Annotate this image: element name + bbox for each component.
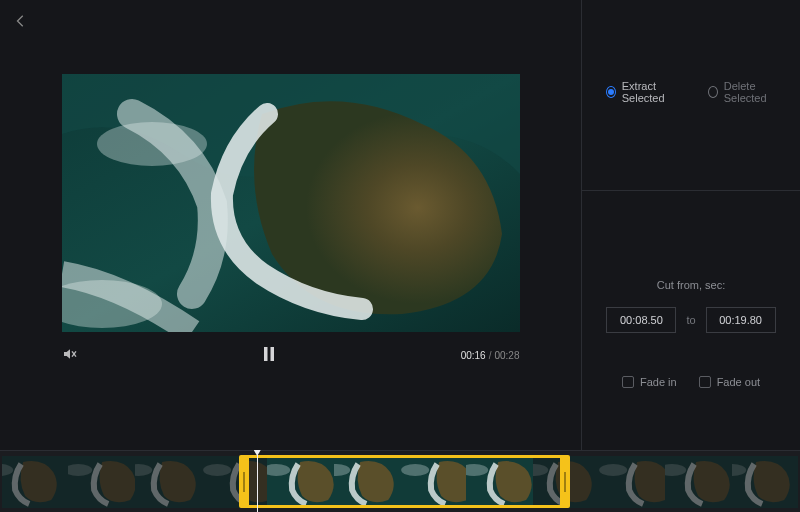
cut-inputs: to (606, 307, 775, 333)
fade-options: Fade in Fade out (582, 376, 800, 450)
player-controls: 00:16/00:28 (62, 346, 520, 364)
radio-dot-icon (708, 86, 718, 98)
svg-point-30 (732, 464, 746, 476)
app: 00:16/00:28 Extract Selected Delete Sele… (0, 0, 800, 512)
svg-rect-9 (68, 456, 134, 508)
checkbox-icon (622, 376, 634, 388)
time-display: 00:16/00:28 (461, 350, 520, 361)
fade-in-checkbox[interactable]: Fade in (622, 376, 677, 388)
svg-point-8 (2, 464, 13, 476)
svg-rect-11 (135, 456, 201, 508)
timeline-frame[interactable] (732, 456, 798, 508)
fade-in-label: Fade in (640, 376, 677, 388)
handle-right[interactable] (560, 455, 570, 508)
selection-mode: Extract Selected Delete Selected (582, 0, 800, 104)
svg-point-28 (665, 464, 686, 476)
timeline-frames (2, 456, 798, 508)
svg-point-20 (401, 464, 429, 476)
cut-section: Cut from, sec: to (582, 191, 800, 333)
cut-from-input[interactable] (606, 307, 676, 333)
timeline-frame[interactable] (2, 456, 68, 508)
svg-point-24 (533, 464, 548, 476)
svg-rect-5 (264, 347, 268, 361)
delete-selected-radio[interactable]: Delete Selected (708, 80, 784, 104)
timeline-frame[interactable] (599, 456, 665, 508)
back-button[interactable] (14, 14, 28, 28)
extract-selected-radio[interactable]: Extract Selected (606, 80, 684, 104)
pause-button[interactable] (262, 347, 276, 363)
handle-left[interactable] (239, 455, 249, 508)
extract-label: Extract Selected (622, 80, 684, 104)
timeline-frame[interactable] (135, 456, 201, 508)
svg-rect-7 (2, 456, 68, 508)
video-preview[interactable] (62, 74, 520, 332)
svg-point-14 (203, 464, 231, 476)
radio-dot-icon (606, 86, 616, 98)
fade-out-checkbox[interactable]: Fade out (699, 376, 760, 388)
svg-point-10 (68, 464, 92, 476)
svg-rect-27 (665, 456, 731, 508)
main-row: 00:16/00:28 Extract Selected Delete Sele… (0, 0, 800, 450)
timeline-frame[interactable] (466, 456, 532, 508)
svg-rect-29 (732, 456, 798, 508)
svg-rect-25 (599, 456, 665, 508)
svg-point-26 (599, 464, 627, 476)
svg-rect-6 (271, 347, 275, 361)
timeline-frame[interactable] (68, 456, 134, 508)
checkbox-icon (699, 376, 711, 388)
timeline[interactable] (0, 450, 800, 512)
timeline-frame[interactable] (665, 456, 731, 508)
duration: 00:28 (494, 350, 519, 361)
playhead[interactable] (257, 451, 258, 512)
current-time: 00:16 (461, 350, 486, 361)
timeline-frame[interactable] (400, 456, 466, 508)
cut-to-input[interactable] (706, 307, 776, 333)
svg-point-12 (135, 464, 152, 476)
timeline-frame[interactable] (267, 456, 333, 508)
mute-icon[interactable] (62, 346, 78, 364)
cut-label: Cut from, sec: (657, 279, 725, 291)
preview-pane: 00:16/00:28 (0, 0, 581, 450)
delete-label: Delete Selected (724, 80, 784, 104)
timeline-frame[interactable] (334, 456, 400, 508)
side-panel: Extract Selected Delete Selected Cut fro… (581, 0, 800, 450)
svg-point-1 (97, 122, 207, 166)
fade-out-label: Fade out (717, 376, 760, 388)
to-label: to (686, 314, 695, 326)
